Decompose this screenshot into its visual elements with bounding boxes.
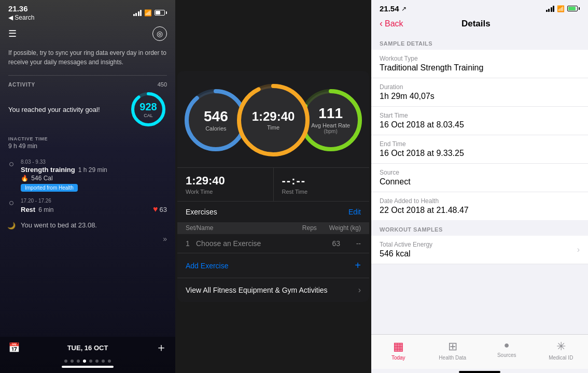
back-button[interactable]: ‹ Back xyxy=(380,18,403,29)
exercise-row-1[interactable]: 1 Choose an Exercise 63 -- xyxy=(177,234,369,253)
workout-samples-header: WORKOUT SAMPLES xyxy=(371,220,588,236)
dot-6[interactable] xyxy=(95,360,99,363)
time-value: 1:29:40 xyxy=(252,110,295,123)
rest-duration: 6 min xyxy=(38,206,53,213)
dot-7[interactable] xyxy=(102,360,105,363)
dot-2[interactable] xyxy=(71,360,74,363)
inactive-label: INACTIVE TIME xyxy=(8,136,167,141)
add-button[interactable]: ＋ xyxy=(156,340,167,355)
moon-icon: 🌙 xyxy=(7,222,11,226)
exercise-name[interactable]: Choose an Exercise xyxy=(196,239,319,248)
timeline-item-rest[interactable]: 17.20 - 17.26 Rest 6 min ♥ 63 xyxy=(0,195,175,217)
col-name: Set/Name xyxy=(186,224,213,232)
exercise-weight: -- xyxy=(340,239,361,248)
dot-8[interactable] xyxy=(108,360,111,363)
start-time-key: Start Time xyxy=(380,112,580,119)
nav-bar-panel3: ‹ Back Details xyxy=(371,15,588,34)
col-weight: Weight (kg) xyxy=(329,224,361,232)
work-time-label: Work Time xyxy=(186,189,265,195)
home-indicator-panel1 xyxy=(62,366,114,368)
heartrate-sublabel: (bpm) xyxy=(311,128,350,134)
signal-bars-panel1 xyxy=(133,10,142,16)
signal-bars-panel3 xyxy=(546,6,555,12)
dot-4-active[interactable] xyxy=(83,360,86,363)
exercises-header: Exercises Edit xyxy=(177,201,369,222)
energy-value: 546 kcal xyxy=(380,249,432,259)
nav-bar-panel1: ☰ ◎ xyxy=(0,23,175,44)
timeline-dot-rest xyxy=(9,201,13,205)
hamburger-menu[interactable]: ☰ xyxy=(8,28,17,39)
health-data-icon: ⊞ xyxy=(448,340,457,353)
back-label: Back xyxy=(385,19,403,28)
workout-panel: 546 Calories 1:29:40 Time xyxy=(175,0,371,373)
duration-value: 1h 29m 40,07s xyxy=(380,92,580,101)
imported-badge: Imported from Health xyxy=(21,184,78,192)
source-value: Connect xyxy=(380,177,580,187)
home-indicator-panel3 xyxy=(459,371,500,373)
battery-panel1 xyxy=(155,10,167,16)
rings-section: 546 Calories 1:29:40 Time xyxy=(177,71,369,167)
target-icon[interactable]: ◎ xyxy=(152,26,167,41)
dot-5[interactable] xyxy=(89,360,92,363)
col-reps: Reps xyxy=(302,224,317,232)
rest-title: Rest xyxy=(21,206,35,213)
calories-label: Calories xyxy=(204,125,228,132)
add-exercise-button[interactable]: Add Exercise + xyxy=(177,253,369,278)
bottom-bar: 📅 TUE, 16 OCT ＋ xyxy=(0,337,175,373)
workout-card: 546 Calories 1:29:40 Time xyxy=(177,71,369,302)
samples-left: Total Active Energy 546 kcal xyxy=(380,241,432,259)
activity-section: ACTIVITY You reached your activity goal!… xyxy=(0,82,175,128)
sources-icon: ● xyxy=(504,340,510,351)
time-ring: 1:29:40 Time xyxy=(239,81,309,159)
end-time-value: 16 Oct 2018 at 9.33.25 xyxy=(380,149,580,158)
inactive-time: INACTIVE TIME 9 h 49 min xyxy=(0,133,175,153)
status-right-panel3: 📶 xyxy=(546,5,580,12)
dot-1[interactable] xyxy=(64,360,67,363)
date-added-row: Date Added to Health 22 Oct 2018 at 21.4… xyxy=(371,192,588,220)
end-time-row: End Time 16 Oct 2018 at 9.33.25 xyxy=(371,135,588,164)
back-to-search[interactable]: ◀ Search xyxy=(8,14,34,21)
date-added-value: 22 Oct 2018 at 21.48.47 xyxy=(380,206,580,215)
status-time-panel3: 21.54 xyxy=(380,4,399,13)
source-key: Source xyxy=(380,169,580,176)
today-label: Today xyxy=(391,355,405,361)
flame-icon: 🔥 xyxy=(21,175,29,182)
sleep-text: You went to bed at 23.08. xyxy=(21,221,97,229)
timeline-item-strength[interactable]: 8.03 - 9.33 Strength training 1 h 29 min… xyxy=(0,156,175,195)
tab-medical-id[interactable]: ✳ Medical ID xyxy=(534,338,589,363)
work-time-value: 1:29:40 xyxy=(186,174,265,188)
bottom-tab-bar: ▦ Today ⊞ Health Data ● Sources ✳ Medica… xyxy=(371,334,588,369)
add-exercise-label: Add Exercise xyxy=(186,262,228,270)
rest-time-label: Rest Time xyxy=(282,189,361,195)
sample-details-header: SAMPLE DETAILS xyxy=(371,34,588,50)
rest-time-value: --:-- xyxy=(282,174,361,188)
total-active-energy-row[interactable]: Total Active Energy 546 kcal › xyxy=(371,236,588,264)
sources-label: Sources xyxy=(497,352,516,358)
activity-panel: 21.36 ◀ Search 📶 ☰ ◎ If possible, try to… xyxy=(0,0,175,373)
work-time-stat: 1:29:40 Work Time xyxy=(177,168,274,201)
ring-unit: CAL xyxy=(139,113,157,118)
heartrate-value: 111 xyxy=(311,106,350,121)
forward-arrows[interactable]: » xyxy=(0,233,175,245)
health-data-label: Health Data xyxy=(439,355,466,361)
workout-samples-card: Total Active Energy 546 kcal › xyxy=(371,236,588,264)
view-all-button[interactable]: View All Fitness Equipment & Gym Activit… xyxy=(177,278,369,302)
dot-3[interactable] xyxy=(77,360,80,363)
energy-key: Total Active Energy xyxy=(380,241,432,248)
start-time-value: 16 Oct 2018 at 8.03.45 xyxy=(380,120,580,130)
ring-number: 928 xyxy=(139,101,157,112)
duration-row: Duration 1h 29m 40,07s xyxy=(371,78,588,107)
tab-sources[interactable]: ● Sources xyxy=(480,338,534,363)
today-icon: ▦ xyxy=(393,340,404,353)
edit-button[interactable]: Edit xyxy=(348,208,361,216)
add-exercise-plus: + xyxy=(355,260,361,271)
tab-health-data[interactable]: ⊞ Health Data xyxy=(426,338,480,363)
timeline-item-sleep: 🌙 You went to bed at 23.08. xyxy=(0,217,175,233)
date-added-key: Date Added to Health xyxy=(380,197,580,205)
calendar-icon[interactable]: 📅 xyxy=(8,342,20,353)
start-time-row: Start Time 16 Oct 2018 at 8.03.45 xyxy=(371,107,588,135)
tab-today[interactable]: ▦ Today xyxy=(371,338,426,363)
inactive-value: 9 h 49 min xyxy=(8,142,167,150)
sync-message: If possible, try to sync your ring data … xyxy=(0,44,175,71)
time-label: Time xyxy=(252,124,295,131)
